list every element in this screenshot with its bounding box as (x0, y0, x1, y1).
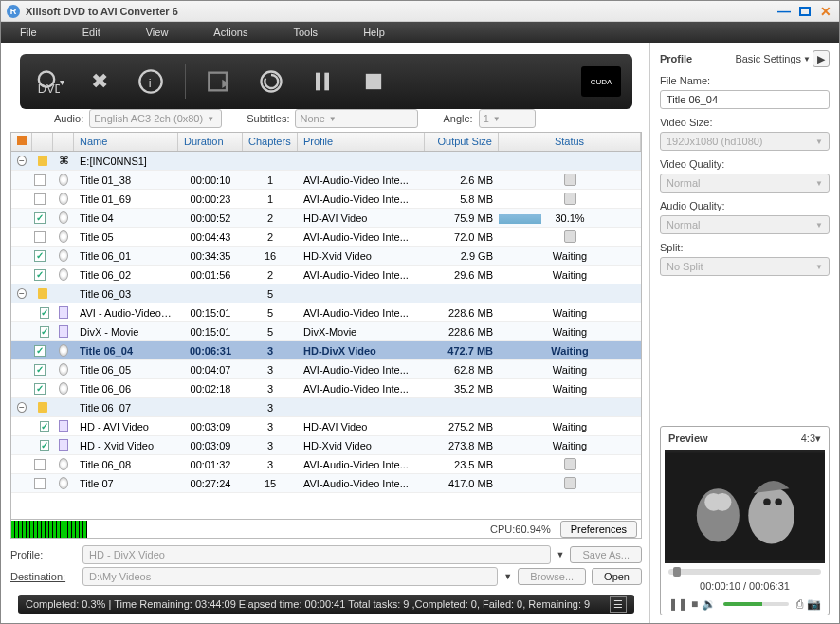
panel-mode[interactable]: Basic Settings (735, 53, 801, 64)
preview-video[interactable] (665, 450, 825, 563)
table-row[interactable]: ✓Title 06_0600:02:183AVI-Audio-Video Int… (11, 379, 641, 398)
disc-icon (59, 344, 68, 357)
menu-file[interactable]: File (20, 27, 37, 38)
table-row[interactable]: −⌘E:[INC0NNS1] (11, 152, 641, 171)
info-button[interactable]: i (134, 64, 168, 99)
table-body[interactable]: −⌘E:[INC0NNS1]✓Title 01_3800:00:101AVI-A… (11, 152, 641, 519)
remove-button[interactable]: ✖ (82, 64, 117, 99)
pv-camera-button[interactable]: 📷 (807, 597, 821, 611)
pv-volume-slider[interactable] (723, 602, 789, 606)
col-duration[interactable]: Duration (178, 133, 243, 151)
preview-ratio[interactable]: 4:3 (801, 432, 815, 444)
table-row[interactable]: −Title 06_035 (11, 284, 641, 303)
collapse-icon[interactable]: − (17, 402, 27, 413)
table-row[interactable]: ✓DivX - Movie00:15:015DivX-Movie228.6 MB… (11, 322, 641, 341)
profile-combo[interactable]: HD - DivX Video (82, 545, 551, 564)
convert-button[interactable] (203, 64, 237, 99)
vq-combo[interactable]: Normal▼ (660, 174, 830, 193)
table-row[interactable]: ✓AVI - Audio-Video Int...00:15:015AVI-Au… (11, 303, 641, 322)
cell-name: HD - Xvid Video (74, 440, 178, 451)
filename-field[interactable]: Title 06_04 (660, 90, 830, 109)
row-checkbox[interactable]: ✓ (40, 307, 49, 319)
table-row[interactable]: ✓Title 01_6900:00:231AVI-Audio-Video Int… (11, 190, 641, 209)
collapse-icon[interactable]: − (17, 156, 27, 166)
row-checkbox[interactable]: ✓ (40, 440, 49, 451)
table-row[interactable]: ✓Title 0400:00:522HD-AVI Video75.9 MB30.… (11, 209, 641, 228)
panel-expand-button[interactable]: ▶ (813, 50, 830, 67)
pv-pause-button[interactable]: ❚❚ (668, 597, 687, 611)
table-row[interactable]: ✓HD - Xvid Video00:03:093HD-Xvid Video27… (11, 436, 641, 455)
col-output[interactable]: Output Size (425, 133, 499, 151)
split-combo[interactable]: No Split▼ (660, 257, 830, 276)
disc-icon (59, 458, 68, 470)
save-as-button[interactable]: Save As... (570, 546, 642, 563)
row-checkbox[interactable]: ✓ (34, 231, 46, 243)
refresh-button[interactable] (254, 64, 288, 99)
audio-combo[interactable]: English AC3 2ch (0x80)▼ (89, 109, 222, 128)
menu-tools[interactable]: Tools (293, 27, 318, 38)
cell-output: 472.7 MB (425, 345, 499, 357)
cell-status: Waiting (499, 364, 641, 376)
disc-icon (59, 211, 68, 224)
row-checkbox[interactable]: ✓ (34, 269, 46, 281)
angle-combo[interactable]: 1▼ (479, 109, 536, 128)
pv-snapshot-button[interactable]: ⎙ (796, 597, 803, 611)
cpu-wave-icon (11, 521, 87, 538)
col-status[interactable]: Status (499, 133, 641, 151)
preview-slider[interactable] (668, 569, 821, 575)
menu-view[interactable]: View (146, 27, 169, 38)
table-row[interactable]: ✓Title 06_0400:06:313HD-DivX Video472.7 … (11, 341, 641, 360)
cell-duration: 00:00:23 (178, 193, 243, 205)
col-profile[interactable]: Profile (298, 133, 425, 151)
menu-actions[interactable]: Actions (213, 27, 247, 38)
row-checkbox[interactable]: ✓ (34, 174, 46, 186)
menu-help[interactable]: Help (363, 27, 385, 38)
table-row[interactable]: ✓Title 06_0200:01:562AVI-Audio-Video Int… (11, 266, 641, 284)
row-checkbox[interactable]: ✓ (34, 193, 46, 205)
row-checkbox[interactable]: ✓ (40, 421, 49, 432)
table-row[interactable]: ✓Title 0700:27:2415AVI-Audio-Video Inte.… (11, 474, 641, 493)
row-checkbox[interactable]: ✓ (34, 345, 46, 357)
preferences-button[interactable]: Preferences (560, 521, 637, 538)
subtitles-combo[interactable]: None▼ (295, 109, 418, 128)
pv-volume-icon[interactable]: 🔉 (702, 597, 716, 611)
load-dvd-button[interactable]: DVD▾ (31, 64, 65, 99)
cell-profile: DivX-Movie (298, 326, 425, 338)
cell-duration: 00:03:09 (178, 421, 243, 432)
table-row[interactable]: ✓HD - AVI Video00:03:093HD-AVI Video275.… (11, 417, 641, 436)
collapse-icon[interactable]: − (17, 288, 27, 299)
open-button[interactable]: Open (592, 568, 642, 585)
browse-button[interactable]: Browse... (518, 568, 586, 585)
col-chapters[interactable]: Chapters (243, 133, 298, 151)
col-name[interactable]: Name (74, 133, 178, 151)
cell-chapters: 3 (243, 440, 298, 451)
pause-button[interactable] (305, 64, 339, 99)
table-row[interactable]: ✓Title 06_0100:34:3516HD-Xvid Video2.9 G… (11, 247, 641, 266)
row-checkbox[interactable]: ✓ (34, 459, 46, 470)
row-checkbox[interactable]: ✓ (34, 364, 46, 376)
table-row[interactable]: ✓Title 0500:04:432AVI-Audio-Video Inte..… (11, 228, 641, 247)
menu-edit[interactable]: Edit (82, 27, 100, 38)
list-view-icon[interactable]: ☰ (610, 596, 627, 613)
cpu-text: CPU:60.94% (87, 523, 560, 535)
pv-stop-button[interactable]: ■ (691, 597, 698, 611)
row-checkbox[interactable]: ✓ (40, 326, 49, 338)
aq-combo[interactable]: Normal▼ (660, 215, 830, 234)
row-checkbox[interactable]: ✓ (34, 383, 46, 395)
row-checkbox[interactable]: ✓ (34, 250, 46, 262)
cell-name: Title 06_08 (74, 459, 178, 470)
table-row[interactable]: ✓Title 06_0800:01:323AVI-Audio-Video Int… (11, 455, 641, 474)
minimize-button[interactable]: — (776, 5, 792, 18)
table-row[interactable]: ✓Title 01_3800:00:101AVI-Audio-Video Int… (11, 171, 641, 190)
maximize-button[interactable] (797, 5, 813, 18)
close-button[interactable]: ✕ (818, 5, 833, 18)
vsize-combo[interactable]: 1920x1080 (hd1080)▼ (660, 132, 830, 151)
cell-name: Title 01_69 (74, 193, 178, 205)
row-checkbox[interactable]: ✓ (34, 478, 46, 489)
cell-profile: HD-DivX Video (298, 345, 425, 357)
row-checkbox[interactable]: ✓ (34, 212, 46, 224)
table-row[interactable]: ✓Title 06_0500:04:073AVI-Audio-Video Int… (11, 360, 641, 379)
destination-field[interactable]: D:\My Videos (82, 567, 498, 586)
table-row[interactable]: −Title 06_073 (11, 398, 641, 417)
stop-button[interactable] (356, 64, 391, 99)
